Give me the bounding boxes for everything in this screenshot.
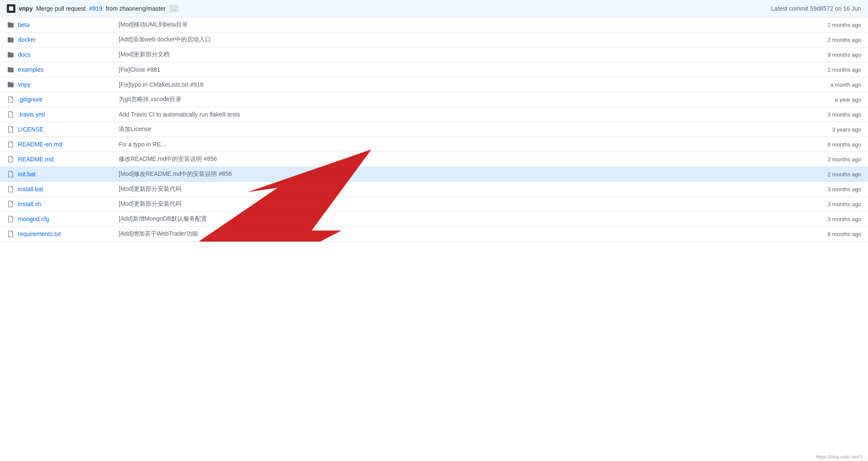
table-row: requirements.txt[Add]增加若干WebTrader功能6 mo… bbox=[0, 227, 868, 242]
file-commit-message: [Mod]修改README.md中的安装说明 #856 bbox=[112, 170, 806, 178]
file-icon bbox=[7, 125, 15, 133]
folder-icon bbox=[7, 66, 15, 73]
file-name-link[interactable]: LICENSE bbox=[18, 126, 44, 133]
file-name: docker bbox=[18, 36, 112, 43]
file-name-link[interactable]: docker bbox=[18, 36, 36, 43]
file-name-link[interactable]: README-en.md bbox=[18, 141, 62, 148]
file-name-link[interactable]: .travis.yml bbox=[18, 111, 45, 118]
table-row: vnpy[Fix]typo in CMakeLists.txt #916a mo… bbox=[0, 77, 868, 92]
file-name-link[interactable]: mongod.cfg bbox=[18, 216, 49, 222]
file-icon bbox=[7, 200, 15, 208]
file-name: mongod.cfg bbox=[18, 216, 112, 222]
file-name: vnpy bbox=[18, 81, 112, 88]
file-commit-message: Fix a typo in RE... bbox=[112, 141, 806, 148]
file-name-link[interactable]: vnpy bbox=[18, 81, 31, 88]
folder-icon bbox=[7, 51, 15, 58]
table-row: README-en.mdFix a typo in RE...6 months … bbox=[0, 137, 868, 152]
file-name: .travis.yml bbox=[18, 111, 112, 118]
file-icon bbox=[7, 111, 15, 118]
file-name: docs bbox=[18, 51, 112, 58]
commit-author[interactable]: vnpy bbox=[19, 5, 33, 12]
file-time: 3 months ago bbox=[806, 186, 861, 193]
pr-suffix: from zhaoneng/master bbox=[106, 5, 166, 12]
file-icon bbox=[7, 170, 15, 178]
file-name-link[interactable]: examples bbox=[18, 66, 44, 73]
table-row: install.bat[Mod]更新部分安装代码3 months ago bbox=[0, 182, 868, 197]
file-commit-message: Add Travis CI to automatically run flake… bbox=[112, 111, 806, 118]
file-time: 3 months ago bbox=[806, 216, 861, 222]
commit-bar: vnpy Merge pull request #919 from zhaone… bbox=[0, 0, 868, 18]
file-commit-message: [Mod]更新部分安装代码 bbox=[112, 200, 806, 208]
file-icon bbox=[7, 185, 15, 193]
file-time: 2 months ago bbox=[806, 171, 861, 178]
file-name-link[interactable]: .gitignore bbox=[18, 96, 43, 103]
pr-link[interactable]: #919 bbox=[89, 5, 102, 12]
file-name-link[interactable]: requirements.txt bbox=[18, 230, 61, 237]
avatar bbox=[7, 4, 15, 13]
file-time: 2 months ago bbox=[806, 37, 861, 43]
file-time: 2 months ago bbox=[806, 22, 861, 28]
file-commit-message: [Fix]Close #881 bbox=[112, 66, 806, 73]
file-time: 3 years ago bbox=[806, 126, 861, 133]
file-name-link[interactable]: beta bbox=[18, 21, 29, 28]
commit-bar-left: vnpy Merge pull request #919 from zhaone… bbox=[7, 4, 178, 13]
file-name: install.sh bbox=[18, 201, 112, 207]
file-commit-message: 添加License bbox=[112, 125, 806, 133]
folder-icon bbox=[7, 21, 15, 29]
table-row: examples[Fix]Close #8812 months ago bbox=[0, 62, 868, 77]
file-commit-message: [Fix]typo in CMakeLists.txt #916 bbox=[112, 81, 806, 88]
file-name: LICENSE bbox=[18, 126, 112, 133]
file-name: beta bbox=[18, 21, 112, 28]
file-commit-message: [Add]添加web docker中的启动入口 bbox=[112, 36, 806, 44]
file-name-link[interactable]: init.bat bbox=[18, 171, 35, 178]
file-name-link[interactable]: docs bbox=[18, 51, 31, 58]
table-row: init.bat[Mod]修改README.md中的安装说明 #8562 mon… bbox=[0, 167, 868, 182]
file-time: a year ago bbox=[806, 96, 861, 103]
table-row: README.md修改README.md中的安装说明 #8562 months … bbox=[0, 152, 868, 167]
file-icon bbox=[7, 140, 15, 148]
folder-icon bbox=[7, 81, 15, 88]
folder-icon bbox=[7, 36, 15, 44]
file-icon bbox=[7, 155, 15, 163]
file-commit-message: 修改README.md中的安装说明 #856 bbox=[112, 155, 806, 163]
file-name-link[interactable]: install.sh bbox=[18, 201, 41, 207]
table-row: LICENSE添加License3 years ago bbox=[0, 122, 868, 137]
file-commit-message: [Add]增加若干WebTrader功能 bbox=[112, 230, 806, 238]
file-time: 3 months ago bbox=[806, 201, 861, 207]
latest-commit: Latest commit 59d8572 on 16 Jun bbox=[771, 5, 861, 12]
file-time: 2 months ago bbox=[806, 67, 861, 73]
table-row: mongod.cfg[Add]新增MongoDB默认服务配置3 months a… bbox=[0, 212, 868, 227]
file-time: a month ago bbox=[806, 82, 861, 88]
file-name-link[interactable]: README.md bbox=[18, 156, 53, 163]
file-name: README-en.md bbox=[18, 141, 112, 148]
commit-message: Merge pull request bbox=[36, 5, 86, 12]
file-name-link[interactable]: install.bat bbox=[18, 186, 43, 193]
file-commit-message: [Add]新增MongoDB默认服务配置 bbox=[112, 215, 806, 223]
commit-dots-button[interactable]: ... bbox=[169, 5, 178, 12]
file-commit-message: [Mod]移动UML到beta目录 bbox=[112, 21, 806, 29]
file-time: 9 months ago bbox=[806, 52, 861, 58]
table-row: .travis.ymlAdd Travis CI to automaticall… bbox=[0, 107, 868, 122]
svg-rect-0 bbox=[9, 6, 13, 11]
file-name: init.bat bbox=[18, 171, 112, 178]
file-icon bbox=[7, 96, 15, 103]
file-name: README.md bbox=[18, 156, 112, 163]
table-row: .gitignore为git忽略掉.vscode目录a year ago bbox=[0, 92, 868, 107]
file-name: .gitignore bbox=[18, 96, 112, 103]
table-row: docs[Mod]更新部分文档9 months ago bbox=[0, 47, 868, 62]
file-time: 6 months ago bbox=[806, 231, 861, 237]
file-time: 2 months ago bbox=[806, 156, 861, 163]
table-row: install.sh[Mod]更新部分安装代码3 months ago bbox=[0, 197, 868, 212]
file-commit-message: [Mod]更新部分安装代码 bbox=[112, 185, 806, 193]
file-name: requirements.txt bbox=[18, 230, 112, 237]
file-icon bbox=[7, 215, 15, 223]
file-commit-message: [Mod]更新部分文档 bbox=[112, 51, 806, 58]
file-list: beta[Mod]移动UML到beta目录2 months ago docker… bbox=[0, 18, 868, 242]
file-time: 3 months ago bbox=[806, 111, 861, 118]
table-row: beta[Mod]移动UML到beta目录2 months ago bbox=[0, 18, 868, 32]
file-commit-message: 为git忽略掉.vscode目录 bbox=[112, 96, 806, 103]
file-name: install.bat bbox=[18, 186, 112, 193]
file-icon bbox=[7, 230, 15, 238]
file-name: examples bbox=[18, 66, 112, 73]
table-row: docker[Add]添加web docker中的启动入口2 months ag… bbox=[0, 32, 868, 47]
